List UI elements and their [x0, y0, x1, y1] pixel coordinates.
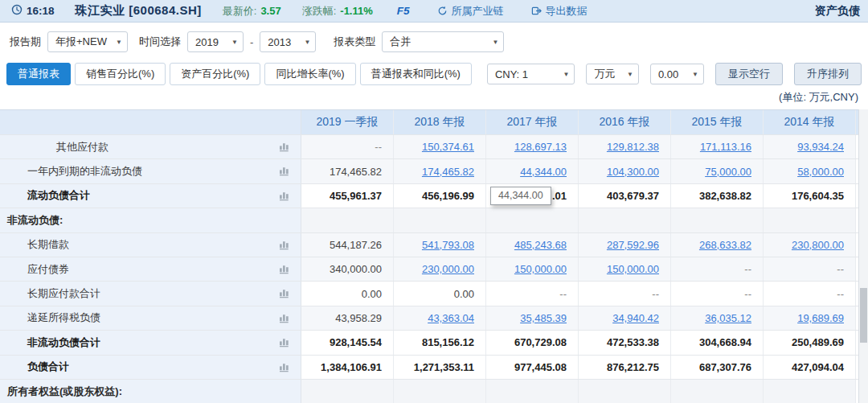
column-header: 2018 年报 [394, 110, 486, 134]
cell-text: 174,465.82 [330, 166, 382, 178]
cell-text: 174,465.82 [422, 166, 474, 178]
table-row: 递延所得税负债43,958.2943,363.0435,485.3934,940… [0, 306, 858, 331]
chevron-down-icon: ▼ [563, 71, 570, 78]
cell-link[interactable]: 128,697.13 [486, 135, 579, 158]
tab-yoy-growth[interactable]: 同比增长率(%) [264, 63, 355, 85]
time-select-label: 时间选择 [139, 35, 181, 49]
cell-link[interactable]: 35,485.39 [486, 306, 579, 330]
sort-ascending-button[interactable]: 升序排列 [794, 63, 862, 85]
export-data-button[interactable]: 导出数据 [531, 4, 588, 19]
cell-link[interactable]: 150,000.00 [486, 257, 579, 281]
value-tooltip: 44,344.00 [490, 187, 551, 205]
cell-link[interactable]: 58,000.00 [764, 159, 856, 183]
cell-value [301, 208, 394, 232]
year-to-value: 2013 [268, 36, 291, 48]
tab-normal-and-yoy[interactable]: 普通报表和同比(%) [360, 63, 472, 85]
unit-note: (单位: 万元,CNY) [779, 90, 858, 105]
cell-value: 427,094.04 [764, 356, 856, 379]
row-label-cell: 流动负债合计 [0, 184, 301, 208]
cell-text: 541,793.08 [422, 239, 474, 251]
cell-link[interactable]: 268,633.82 [671, 233, 764, 257]
chevron-down-icon: ▼ [231, 39, 238, 46]
year-from-select[interactable]: 2019 ▼ [187, 31, 244, 52]
cell-link[interactable]: 129,812.38 [579, 135, 671, 158]
cell-link[interactable]: 541,793.08 [394, 233, 486, 257]
cell-link[interactable]: 287,592.96 [579, 233, 671, 257]
cell-text: 472,533.38 [607, 336, 659, 348]
tab-normal-report[interactable]: 普通报表 [6, 63, 71, 85]
chart-icon[interactable] [279, 264, 291, 274]
column-header-empty [0, 110, 301, 134]
cell-link[interactable]: 44,344.00 [486, 159, 579, 183]
cell-link[interactable]: 230,800.00 [764, 233, 856, 257]
cell-value: -- [301, 135, 394, 158]
cell-link[interactable]: 104,300.00 [579, 159, 671, 183]
cell-link[interactable]: 75,000.00 [671, 159, 764, 183]
stock-name-code: 珠江实业 [600684.SH] [76, 3, 202, 19]
cell-text: 876,212.75 [607, 361, 659, 373]
cell-value: 456,196.99 [394, 184, 486, 208]
chevron-down-icon: ▼ [692, 71, 698, 78]
column-header: 2016 年报 [579, 110, 671, 134]
chevron-down-icon: ▼ [304, 39, 310, 46]
cell-text: -- [744, 288, 751, 300]
cell-value [671, 380, 764, 403]
report-type-select[interactable]: 合并 ▼ [382, 31, 504, 52]
cell-text: 36,035.12 [705, 312, 751, 324]
row-label: 一年内到期的非流动负债 [0, 164, 142, 179]
chart-icon[interactable] [279, 142, 291, 152]
unit-select[interactable]: 万元 ▼ [586, 64, 638, 84]
chart-icon[interactable] [279, 166, 291, 176]
cell-link[interactable]: 43,363.04 [394, 306, 486, 330]
export-icon [531, 6, 542, 16]
cell-text: 75,000.00 [705, 166, 751, 178]
row-label-cell: 所有者权益(或股东权益): [0, 380, 301, 403]
page-title: 资产负债 [815, 4, 860, 19]
report-period-select[interactable]: 年报+NEW ▼ [47, 31, 128, 52]
row-label-cell: 长期应付款合计 [0, 282, 301, 305]
cell-value: 250,489.69 [764, 331, 856, 354]
chart-icon[interactable] [279, 313, 291, 323]
chart-icon[interactable] [279, 240, 291, 250]
cell-value: .0144,344.00 [486, 184, 579, 208]
cell-link[interactable]: 230,000.00 [394, 257, 486, 281]
cell-link[interactable]: 93,934.24 [764, 135, 856, 158]
cell-text: 35,485.39 [520, 312, 567, 324]
currency-select[interactable]: CNY: 1 ▼ [487, 64, 575, 84]
decimal-select[interactable]: 0.00 ▼ [650, 64, 704, 84]
show-empty-rows-button[interactable]: 显示空行 [715, 63, 783, 85]
cell-link[interactable]: 174,465.82 [394, 159, 486, 183]
f5-refresh-button[interactable]: F5 [397, 5, 410, 17]
cell-text: 287,592.96 [607, 239, 659, 251]
cell-text: 250,489.69 [792, 336, 844, 348]
chart-icon[interactable] [279, 288, 291, 298]
chart-icon[interactable] [279, 337, 291, 347]
cell-value: -- [579, 282, 671, 305]
table-row: 非流动负债合计928,145.54815,156.12670,729.08472… [0, 331, 858, 355]
year-from-value: 2019 [195, 36, 219, 48]
table-row: 长期应付款合计0.000.00-------- [0, 282, 858, 306]
cell-link[interactable]: 36,035.12 [671, 306, 764, 330]
cell-link[interactable]: 150,000.00 [579, 257, 671, 281]
chevron-down-icon: ▼ [492, 39, 498, 46]
cell-value: 174,465.82 [301, 159, 394, 183]
cell-text: 687,307.76 [699, 361, 751, 373]
vertical-scrollbar[interactable] [858, 109, 868, 403]
cell-value: 687,307.76 [671, 356, 764, 379]
cell-text: 150,000.00 [514, 263, 567, 275]
chart-icon[interactable] [279, 362, 291, 372]
range-separator: - [250, 36, 253, 48]
cell-link[interactable]: 150,374.61 [394, 135, 486, 158]
scrollbar-thumb[interactable] [860, 288, 867, 343]
tab-asset-percent[interactable]: 资产百分比(%) [170, 63, 260, 85]
row-label: 递延所得税负债 [0, 310, 100, 325]
cell-value: -- [486, 282, 579, 305]
tab-sales-percent[interactable]: 销售百分比(%) [75, 63, 166, 85]
year-to-select[interactable]: 2013 ▼ [260, 31, 316, 52]
cell-link[interactable]: 171,113.16 [671, 135, 764, 158]
chart-icon[interactable] [279, 191, 291, 201]
cell-link[interactable]: 485,243.68 [486, 233, 579, 257]
cell-link[interactable]: 34,940.42 [579, 306, 671, 330]
industry-chain-button[interactable]: 所属产业链 [437, 4, 504, 19]
cell-link[interactable]: 19,689.69 [764, 306, 856, 330]
